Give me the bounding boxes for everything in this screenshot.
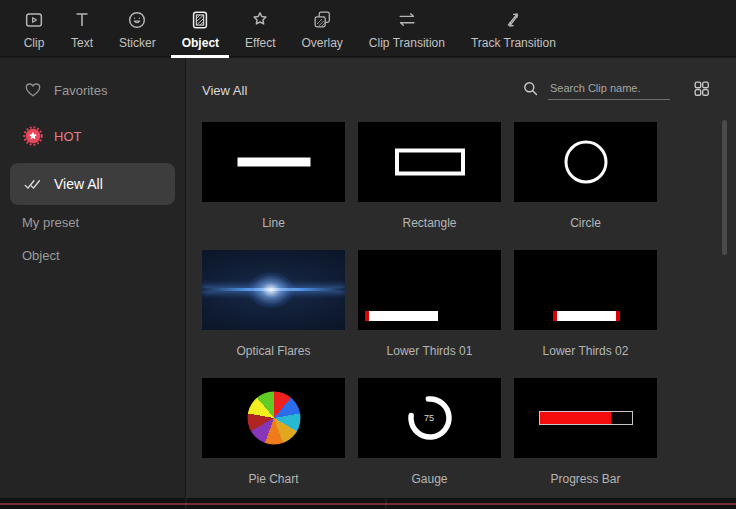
object-library-window: Clip Text Sticker [0, 0, 736, 509]
bottom-panel-edge [0, 498, 736, 509]
tab-label: Text [71, 36, 93, 50]
thumb-gauge: 75 [358, 378, 501, 458]
tab-effect[interactable]: Effect [232, 7, 288, 57]
gauge-value: 75 [423, 413, 433, 423]
overlay-icon [311, 7, 333, 33]
grid-item-pie-chart[interactable]: Pie Chart [202, 378, 345, 498]
object-icon [189, 7, 211, 33]
progress-bar-fill [540, 412, 612, 424]
search-box [521, 79, 670, 102]
line-shape [237, 158, 310, 167]
search-icon [521, 79, 540, 102]
tab-label: Effect [245, 36, 275, 50]
gauge-graphic: 75 [402, 390, 458, 446]
pie-chart-graphic [247, 392, 300, 445]
text-icon [71, 7, 93, 33]
thumb-pie-chart [202, 378, 345, 458]
grid-item-optical-flares[interactable]: Optical Flares [202, 250, 345, 378]
bottom-accent-line [0, 503, 736, 505]
grid-item-label: Pie Chart [202, 472, 345, 487]
bottom-divider [385, 498, 387, 509]
bottom-divider [185, 498, 187, 509]
sidebar-item-label: My preset [22, 215, 79, 230]
grid-item-circle[interactable]: Circle [514, 122, 657, 250]
effect-star-icon [249, 7, 271, 33]
thumb-progress-bar [514, 378, 657, 458]
sidebar-item-label: Object [22, 248, 60, 263]
sidebar-item-label: View All [54, 176, 103, 192]
tab-text[interactable]: Text [58, 7, 106, 57]
lower-third-bar [365, 311, 438, 321]
clip-grid: Line Rectangle Circle Optical Fla [202, 122, 736, 498]
grid-item-gauge[interactable]: 75 Gauge [358, 378, 501, 498]
grid-item-label: Lower Thirds 02 [514, 344, 657, 359]
tab-clip[interactable]: Clip [10, 7, 58, 57]
thumb-optical-flares [202, 250, 345, 330]
sidebar-item-hot[interactable]: HOT [10, 117, 175, 155]
tab-sticker[interactable]: Sticker [106, 7, 169, 57]
tab-label: Object [182, 36, 219, 50]
clip-library-panel: View All [186, 58, 736, 498]
tab-label: Track Transition [471, 36, 556, 50]
tab-track-transition[interactable]: Track Transition [458, 7, 569, 57]
sidebar-item-my-preset[interactable]: My preset [10, 207, 175, 238]
hot-badge-icon [22, 125, 44, 147]
circle-shape [564, 141, 607, 184]
grid-view-icon[interactable] [692, 79, 711, 102]
grid-item-label: Gauge [358, 472, 501, 487]
grid-item-label: Line [202, 216, 345, 231]
rectangle-shape [395, 149, 465, 176]
sidebar-item-view-all[interactable]: View All [10, 163, 175, 205]
clip-transition-arrows-icon [395, 7, 419, 33]
grid-item-label: Optical Flares [202, 344, 345, 359]
top-tab-bar: Clip Text Sticker [0, 0, 736, 57]
search-input[interactable] [548, 80, 670, 100]
grid-item-rectangle[interactable]: Rectangle [358, 122, 501, 250]
thumb-line [202, 122, 345, 202]
tab-clip-transition[interactable]: Clip Transition [356, 7, 458, 57]
tab-label: Clip [24, 36, 45, 50]
sidebar-item-object[interactable]: Object [10, 240, 175, 271]
grid-item-line[interactable]: Line [202, 122, 345, 250]
progress-bar-track [539, 411, 633, 425]
clip-icon [23, 7, 45, 33]
sidebar-item-label: Favorites [54, 83, 107, 98]
flare-glow [248, 272, 294, 308]
lower-third-bar [553, 311, 620, 321]
sidebar-item-label: HOT [54, 129, 81, 144]
tab-label: Overlay [302, 36, 343, 50]
grid-item-label: Lower Thirds 01 [358, 344, 501, 359]
sticker-icon [126, 7, 148, 33]
library-header: View All [186, 58, 736, 122]
tab-overlay[interactable]: Overlay [289, 7, 356, 57]
thumb-circle [514, 122, 657, 202]
heart-icon [22, 79, 44, 101]
page-title: View All [202, 83, 247, 98]
thumb-lower-thirds-02 [514, 250, 657, 330]
thumb-rectangle [358, 122, 501, 202]
category-sidebar: Favorites HOT View All My pres [0, 58, 185, 498]
tab-label: Sticker [119, 36, 156, 50]
grid-item-label: Progress Bar [514, 472, 657, 487]
tab-label: Clip Transition [369, 36, 445, 50]
sidebar-item-favorites[interactable]: Favorites [10, 71, 175, 109]
track-transition-arrows-icon [501, 7, 525, 33]
grid-item-lower-thirds-02[interactable]: Lower Thirds 02 [514, 250, 657, 378]
vertical-scrollbar[interactable] [722, 120, 727, 255]
grid-item-label: Rectangle [358, 216, 501, 231]
grid-item-label: Circle [514, 216, 657, 231]
grid-item-progress-bar[interactable]: Progress Bar [514, 378, 657, 498]
thumb-lower-thirds-01 [358, 250, 501, 330]
tab-object[interactable]: Object [169, 7, 232, 57]
grid-item-lower-thirds-01[interactable]: Lower Thirds 01 [358, 250, 501, 378]
double-check-icon [22, 173, 44, 195]
